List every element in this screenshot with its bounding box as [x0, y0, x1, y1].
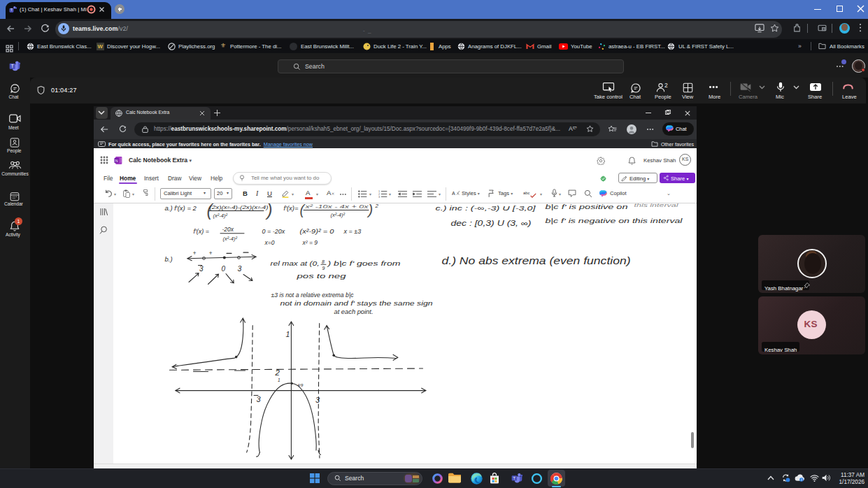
- svg-text:this interval: this interval: [634, 203, 678, 208]
- svg-text:T: T: [10, 8, 13, 12]
- svg-text:-20x: -20x: [222, 226, 234, 233]
- svg-text:(2x)(x²-4)-(2x)(x²-4): (2x)(x²-4)-(2x)(x²-4): [209, 205, 268, 210]
- svg-text:(x²-9)² = 0: (x²-9)² = 0: [299, 228, 334, 235]
- svg-text:4/9: 4/9: [297, 383, 304, 387]
- svg-text:A: A: [452, 191, 455, 196]
- svg-text:0: 0: [221, 265, 225, 273]
- svg-text:1: 1: [285, 330, 290, 338]
- svg-text:) b|c f' goes from: ) b|c f' goes from: [327, 259, 401, 267]
- svg-text:a.) f'(x) = 2: a.) f'(x) = 2: [164, 204, 197, 212]
- svg-text:at each point.: at each point.: [334, 308, 373, 315]
- svg-text:(x²-4)²: (x²-4)²: [330, 212, 345, 218]
- svg-text:b|c f' is positive on: b|c f' is positive on: [545, 203, 627, 210]
- svg-text:0 = -20x: 0 = -20x: [262, 228, 285, 235]
- svg-text:T: T: [11, 64, 14, 69]
- svg-text:±3 is not a relative ext: ±3 is not a relative extrema b|c: [271, 291, 353, 299]
- svg-text:b|c f' is negative on thi: b|c f' is negative on this interval: [545, 217, 683, 224]
- svg-text:(x²-4)²: (x²-4)²: [213, 213, 227, 219]
- svg-text:T: T: [513, 476, 516, 480]
- svg-text:1: 1: [278, 378, 280, 382]
- svg-text:x² -10x - 4x + 0x: x² -10x - 4x + 0x: [304, 203, 368, 210]
- svg-text:x² = 9: x² = 9: [301, 239, 318, 246]
- svg-text:f'(x) =: f'(x) =: [193, 228, 208, 235]
- svg-text:3: 3: [237, 264, 241, 273]
- svg-text:3: 3: [256, 395, 261, 403]
- svg-text:(x²-4)²: (x²-4)²: [222, 236, 237, 242]
- svg-text:abc: abc: [523, 191, 530, 195]
- svg-text:x = ±3: x = ±3: [343, 228, 361, 235]
- svg-text:not in domain and f' stay: not in domain and f' stays the same sign: [280, 300, 432, 307]
- svg-text:8: 8: [322, 259, 325, 264]
- svg-text:c.) inc : (-∞,-3) U [-3,0]: c.) inc : (-∞,-3) U [-3,0]: [435, 204, 536, 212]
- svg-text:N: N: [115, 158, 118, 162]
- svg-text:3: 3: [199, 265, 204, 273]
- svg-text:2: 2: [374, 203, 378, 209]
- svg-text:+: +: [208, 250, 212, 257]
- svg-text:): ): [367, 203, 373, 217]
- svg-text:f'(x)=: f'(x)=: [283, 204, 299, 212]
- svg-text:3: 3: [378, 195, 380, 198]
- svg-text:dec : [0,3) U (3, ∞): dec : [0,3) U (3, ∞): [450, 220, 531, 227]
- svg-text:2: 2: [274, 368, 280, 377]
- svg-text:x=0: x=0: [264, 239, 274, 246]
- svg-text:b.): b.): [164, 255, 172, 263]
- svg-text:+: +: [192, 250, 196, 257]
- svg-text:pos to neg: pos to neg: [295, 272, 346, 280]
- svg-text:3: 3: [315, 396, 320, 404]
- svg-text:9: 9: [322, 266, 325, 271]
- svg-text:rel max at (0,: rel max at (0,: [270, 259, 319, 267]
- svg-text:d.) No abs extrema (even: d.) No abs extrema (even function): [441, 255, 630, 266]
